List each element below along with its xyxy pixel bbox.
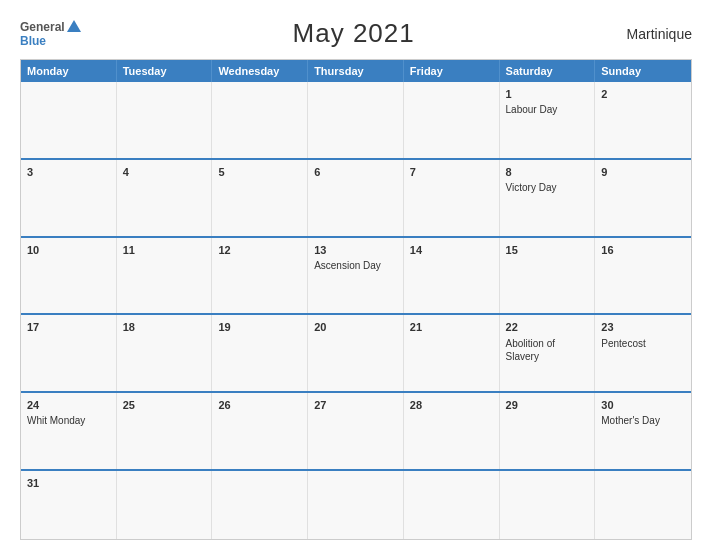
cell-w6-sun — [595, 471, 691, 539]
header-wednesday: Wednesday — [212, 60, 308, 82]
header-sunday: Sunday — [595, 60, 691, 82]
day-16: 16 — [601, 243, 685, 257]
cell-w2-mon: 3 — [21, 160, 117, 236]
calendar-body: 1 Labour Day 2 3 4 5 6 — [21, 82, 691, 539]
cell-w5-fri: 28 — [404, 393, 500, 469]
day-25: 25 — [123, 398, 206, 412]
header-monday: Monday — [21, 60, 117, 82]
cell-w3-tue: 11 — [117, 238, 213, 314]
week-3: 10 11 12 13 Ascension Day 14 15 — [21, 236, 691, 314]
cell-w4-wed: 19 — [212, 315, 308, 391]
day-23: 23 — [601, 320, 685, 334]
event-mothers-day: Mother's Day — [601, 414, 685, 427]
day-3: 3 — [27, 165, 110, 179]
cell-w2-thu: 6 — [308, 160, 404, 236]
cell-w6-fri — [404, 471, 500, 539]
day-31: 31 — [27, 476, 110, 490]
calendar-header: Monday Tuesday Wednesday Thursday Friday… — [21, 60, 691, 82]
day-2: 2 — [601, 87, 685, 101]
cell-w4-fri: 21 — [404, 315, 500, 391]
day-15: 15 — [506, 243, 589, 257]
day-1: 1 — [506, 87, 589, 101]
cell-w2-tue: 4 — [117, 160, 213, 236]
calendar: Monday Tuesday Wednesday Thursday Friday… — [20, 59, 692, 540]
day-7: 7 — [410, 165, 493, 179]
day-4: 4 — [123, 165, 206, 179]
cell-w5-sat: 29 — [500, 393, 596, 469]
cell-w6-mon: 31 — [21, 471, 117, 539]
cell-w3-sun: 16 — [595, 238, 691, 314]
header: General Blue May 2021 Martinique — [20, 18, 692, 49]
logo-triangle-icon — [67, 20, 81, 32]
cell-w5-wed: 26 — [212, 393, 308, 469]
cell-w1-sat: 1 Labour Day — [500, 82, 596, 158]
header-saturday: Saturday — [500, 60, 596, 82]
header-tuesday: Tuesday — [117, 60, 213, 82]
day-21: 21 — [410, 320, 493, 334]
day-24: 24 — [27, 398, 110, 412]
cell-w4-thu: 20 — [308, 315, 404, 391]
cell-w4-mon: 17 — [21, 315, 117, 391]
region-label: Martinique — [627, 26, 692, 42]
cell-w6-sat — [500, 471, 596, 539]
day-28: 28 — [410, 398, 493, 412]
day-8: 8 — [506, 165, 589, 179]
cell-w5-mon: 24 Whit Monday — [21, 393, 117, 469]
day-13: 13 — [314, 243, 397, 257]
day-22: 22 — [506, 320, 589, 334]
event-ascension-day: Ascension Day — [314, 259, 397, 272]
cell-w1-thu — [308, 82, 404, 158]
event-victory-day: Victory Day — [506, 181, 589, 194]
day-19: 19 — [218, 320, 301, 334]
cell-w1-wed — [212, 82, 308, 158]
header-thursday: Thursday — [308, 60, 404, 82]
event-whit-monday: Whit Monday — [27, 414, 110, 427]
week-5: 24 Whit Monday 25 26 27 28 29 — [21, 391, 691, 469]
cell-w1-mon — [21, 82, 117, 158]
week-6: 31 — [21, 469, 691, 539]
day-18: 18 — [123, 320, 206, 334]
cell-w3-wed: 12 — [212, 238, 308, 314]
day-10: 10 — [27, 243, 110, 257]
day-9: 9 — [601, 165, 685, 179]
week-1: 1 Labour Day 2 — [21, 82, 691, 158]
cell-w1-tue — [117, 82, 213, 158]
day-6: 6 — [314, 165, 397, 179]
logo: General Blue — [20, 20, 81, 48]
cell-w4-tue: 18 — [117, 315, 213, 391]
cell-w3-mon: 10 — [21, 238, 117, 314]
page: General Blue May 2021 Martinique Monday … — [0, 0, 712, 550]
week-4: 17 18 19 20 21 22 Abolition of Slavery — [21, 313, 691, 391]
cell-w5-thu: 27 — [308, 393, 404, 469]
day-27: 27 — [314, 398, 397, 412]
cell-w3-fri: 14 — [404, 238, 500, 314]
calendar-title: May 2021 — [293, 18, 415, 49]
day-11: 11 — [123, 243, 206, 257]
cell-w3-sat: 15 — [500, 238, 596, 314]
cell-w4-sun: 23 Pentecost — [595, 315, 691, 391]
day-14: 14 — [410, 243, 493, 257]
cell-w5-tue: 25 — [117, 393, 213, 469]
event-abolition: Abolition of Slavery — [506, 337, 589, 363]
event-pentecost: Pentecost — [601, 337, 685, 350]
week-2: 3 4 5 6 7 8 Victory Day — [21, 158, 691, 236]
day-12: 12 — [218, 243, 301, 257]
day-30: 30 — [601, 398, 685, 412]
logo-general-text: General — [20, 20, 65, 34]
header-friday: Friday — [404, 60, 500, 82]
event-labour-day: Labour Day — [506, 103, 589, 116]
cell-w6-thu — [308, 471, 404, 539]
cell-w1-sun: 2 — [595, 82, 691, 158]
cell-w2-sun: 9 — [595, 160, 691, 236]
day-17: 17 — [27, 320, 110, 334]
cell-w6-tue — [117, 471, 213, 539]
cell-w2-sat: 8 Victory Day — [500, 160, 596, 236]
day-29: 29 — [506, 398, 589, 412]
cell-w6-wed — [212, 471, 308, 539]
cell-w1-fri — [404, 82, 500, 158]
cell-w3-thu: 13 Ascension Day — [308, 238, 404, 314]
cell-w2-wed: 5 — [212, 160, 308, 236]
day-5: 5 — [218, 165, 301, 179]
day-20: 20 — [314, 320, 397, 334]
cell-w4-sat: 22 Abolition of Slavery — [500, 315, 596, 391]
